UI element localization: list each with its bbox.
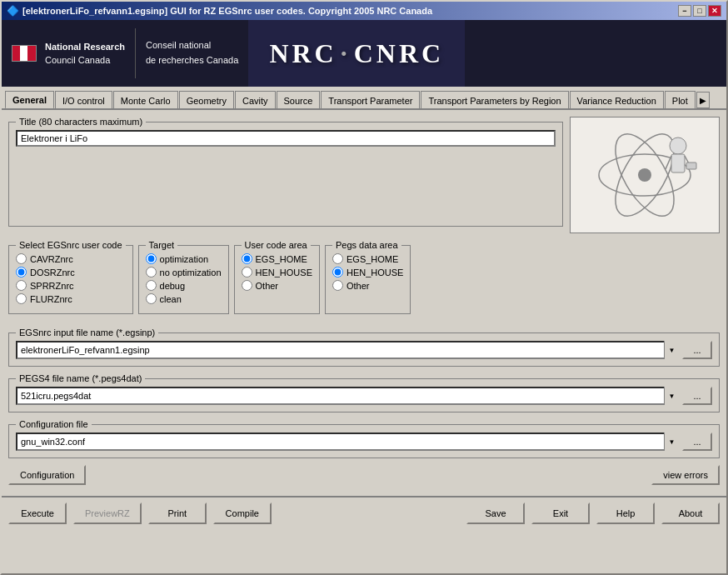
label-pda-other: Other [347,281,370,291]
label-debug: debug [160,281,186,291]
config-file-input[interactable] [16,432,679,451]
svg-point-3 [638,168,651,182]
tab-source[interactable]: Source [277,91,321,109]
config-action-row: Configuration view errors [8,465,720,485]
egsinp-browse-button[interactable]: ... [682,341,712,359]
config-dropdown-arrow[interactable]: ▼ [664,432,679,451]
egsinp-file-legend: EGSnrc input file name (*.egsinp) [16,328,158,338]
config-file-legend: Configuration file [16,419,92,429]
label-sprrznrc: SPRRZnrc [30,281,74,291]
radio-cavrznrc: CAVRZnrc [16,253,126,264]
config-browse-button[interactable]: ... [682,432,712,451]
tab-plot[interactable]: Plot [665,91,696,109]
tab-monte-carlo[interactable]: Monte Carlo [113,91,178,109]
label-flurznrc: FLURZnrc [30,294,72,304]
label-pda-egs-home: EGS_HOME [347,254,398,264]
nrc-text: National Research Council Canada [45,40,125,68]
pegs-data-area-legend: Pegs data area [332,240,401,250]
compile-button[interactable]: Compile [213,502,272,524]
pegs4-file-input[interactable] [16,387,679,405]
svg-point-4 [670,138,686,154]
nrc-image [570,117,720,233]
pegs4-file-fieldset: PEGS4 file name (*.pegs4dat) ▼ ... [8,373,720,412]
tab-geometry[interactable]: Geometry [179,91,234,109]
tab-io-control[interactable]: I/O control [55,91,112,109]
config-file-fieldset: Configuration file ▼ ... [8,419,720,458]
label-clean: clean [160,294,182,304]
label-uca-hen-house: HEN_HOUSE [256,268,312,278]
egsinp-file-fieldset: EGSnrc input file name (*.egsinp) ▼ ... [8,328,720,367]
radio-dosrznrc: DOSRZnrc [16,267,126,278]
bottom-toolbar: Execute PreviewRZ Print Compile Save Exi… [2,496,726,529]
pegs4-browse-button[interactable]: ... [682,387,712,405]
label-no-optimization: no optimization [160,268,222,278]
about-button[interactable]: About [661,502,720,524]
radio-dosrznrc-input[interactable] [16,267,27,278]
egsinp-dropdown-arrow[interactable]: ▼ [664,341,679,359]
config-dropdown-wrapper: ▼ [16,432,679,451]
egsinp-file-input[interactable] [16,341,679,359]
maximize-button[interactable]: □ [693,5,706,17]
label-uca-egs-home: EGS_HOME [256,254,307,264]
label-cavrznrc: CAVRZnrc [30,254,73,264]
options-row: Select EGSnrc user code CAVRZnrc DOSRZnr… [8,240,720,321]
canada-flag-icon [12,45,37,62]
close-button[interactable]: ✕ [708,5,721,17]
tab-cavity[interactable]: Cavity [235,91,276,109]
pegs4-dropdown-wrapper: ▼ [16,387,679,405]
label-dosrznrc: DOSRZnrc [30,268,75,278]
radio-pda-egs-home-input[interactable] [332,253,343,264]
pegs4-dropdown-arrow[interactable]: ▼ [664,387,679,405]
radio-debug: debug [146,280,222,291]
tab-transport-parameter[interactable]: Transport Parameter [321,91,420,109]
config-file-row: ▼ ... [16,432,712,451]
radio-flurznrc-input[interactable] [16,293,27,304]
radio-cavrznrc-input[interactable] [16,253,27,264]
tab-transport-parameters-by-region[interactable]: Transport Parameters by Region [421,91,568,109]
egsnrc-code-fieldset: Select EGSnrc user code CAVRZnrc DOSRZnr… [8,240,133,314]
radio-clean: clean [146,293,222,304]
radio-uca-other: Other [242,280,312,291]
tab-general[interactable]: General [5,91,54,109]
title-legend: Title (80 characters maximum) [16,117,146,127]
tab-scroll-right[interactable]: ▶ [696,92,710,108]
pegs-data-area-fieldset: Pegs data area EGS_HOME HEN_HOUSE Other [325,240,411,314]
help-button[interactable]: Help [596,502,655,524]
svg-rect-8 [686,162,696,169]
radio-sprrznrc: SPRRZnrc [16,280,126,291]
label-pda-hen-house: HEN_HOUSE [347,268,403,278]
radio-uca-hen-house-input[interactable] [242,267,252,278]
egsnrc-code-legend: Select EGSnrc user code [16,240,126,250]
exit-button[interactable]: Exit [531,502,590,524]
radio-optimization-input[interactable] [146,253,157,264]
view-errors-button[interactable]: view errors [651,465,720,485]
user-code-area-legend: User code area [242,240,311,250]
radio-uca-egs-home-input[interactable] [242,253,252,264]
radio-sprrznrc-input[interactable] [16,280,27,291]
print-button[interactable]: Print [148,502,207,524]
radio-pda-hen-house-input[interactable] [332,267,343,278]
header: National Research Council Canada Conseil… [2,20,726,87]
title-fieldset: Title (80 characters maximum) [8,117,563,227]
radio-debug-input[interactable] [146,280,157,291]
target-fieldset: Target optimization no optimization debu… [138,240,229,314]
title-image-row: Title (80 characters maximum) [8,117,720,233]
radio-optimization: optimization [146,253,222,264]
tab-variance-reduction[interactable]: Variance Reduction [570,91,664,109]
configuration-button[interactable]: Configuration [8,465,86,485]
title-input[interactable] [16,130,556,147]
main-window: 🔷 [elektronerLiFo_refvann1.egsinp] GUI f… [0,0,728,575]
window-title: [elektronerLiFo_refvann1.egsinp] GUI for… [22,6,432,16]
radio-no-optimization-input[interactable] [146,267,157,278]
radio-pda-other-input[interactable] [332,280,343,291]
nrc-cnrc-logo: NRC·CNRC [269,38,444,69]
save-button[interactable]: Save [466,502,525,524]
radio-clean-input[interactable] [146,293,157,304]
user-code-area-fieldset: User code area EGS_HOME HEN_HOUSE Other [234,240,320,314]
execute-button[interactable]: Execute [8,502,67,524]
preview-rz-button[interactable]: PreviewRZ [73,502,142,524]
radio-uca-other-input[interactable] [242,280,252,291]
minimize-button[interactable]: − [678,5,691,17]
conseil-text: Conseil national de recherches Canada [136,20,248,87]
label-uca-other: Other [256,281,279,291]
